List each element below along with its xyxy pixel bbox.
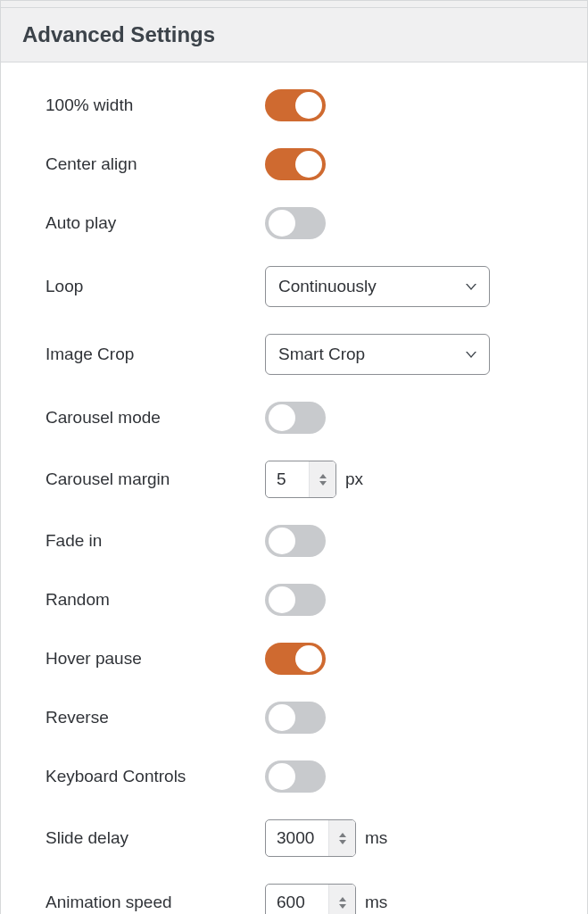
toggle-knob	[269, 210, 295, 237]
label-keyboard-controls: Keyboard Controls	[46, 767, 265, 786]
label-loop: Loop	[46, 277, 265, 296]
row-keyboard-controls: Keyboard Controls	[46, 760, 566, 793]
input-animation-speed[interactable]: 600	[265, 884, 356, 914]
panel-header: Advanced Settings	[1, 8, 587, 62]
label-random: Random	[46, 590, 265, 610]
toggle-knob	[269, 704, 295, 731]
toggle-knob	[269, 528, 295, 554]
toggle-knob	[295, 92, 322, 119]
unit-slide-delay: ms	[365, 828, 387, 848]
select-image-crop[interactable]: Smart Crop	[265, 334, 490, 375]
chevron-down-icon	[466, 284, 476, 290]
unit-animation-speed: ms	[365, 893, 387, 912]
stepper-up-icon	[339, 833, 346, 837]
label-carousel-margin: Carousel margin	[46, 469, 265, 489]
select-loop-value: Continuously	[278, 277, 377, 296]
row-slide-delay: Slide delay 3000 ms	[46, 819, 566, 857]
advanced-settings-panel: Advanced Settings 100% width Center alig…	[0, 0, 588, 914]
toggle-keyboard-controls[interactable]	[265, 760, 326, 793]
top-divider	[1, 1, 587, 8]
panel-body: 100% width Center align Auto play	[1, 62, 587, 914]
toggle-random[interactable]	[265, 584, 326, 616]
stepper-icon[interactable]	[328, 885, 355, 914]
row-carousel-mode: Carousel mode	[46, 402, 566, 434]
stepper-down-icon	[339, 904, 346, 909]
label-auto-play: Auto play	[46, 213, 265, 233]
label-carousel-mode: Carousel mode	[46, 408, 265, 428]
input-animation-speed-value: 600	[266, 893, 328, 912]
row-hover-pause: Hover pause	[46, 643, 566, 675]
select-loop[interactable]: Continuously	[265, 266, 490, 307]
stepper-down-icon	[339, 840, 346, 844]
toggle-carousel-mode[interactable]	[265, 402, 326, 434]
toggle-center-align[interactable]	[265, 148, 326, 180]
row-center-align: Center align	[46, 148, 566, 180]
row-image-crop: Image Crop Smart Crop	[46, 334, 566, 375]
stepper-up-icon	[319, 474, 327, 478]
stepper-icon[interactable]	[309, 461, 335, 497]
input-carousel-margin[interactable]: 5	[265, 461, 336, 498]
toggle-reverse[interactable]	[265, 702, 326, 734]
input-slide-delay-value: 3000	[266, 828, 328, 848]
input-slide-delay[interactable]: 3000	[265, 819, 356, 857]
row-reverse: Reverse	[46, 702, 566, 734]
row-fade-in: Fade in	[46, 525, 566, 557]
stepper-down-icon	[319, 481, 327, 486]
label-center-align: Center align	[46, 154, 265, 174]
select-image-crop-value: Smart Crop	[278, 345, 365, 364]
panel-title: Advanced Settings	[22, 22, 566, 47]
stepper-up-icon	[339, 897, 346, 902]
label-reverse: Reverse	[46, 708, 265, 727]
label-fade-in: Fade in	[46, 531, 265, 551]
row-auto-play: Auto play	[46, 207, 566, 239]
label-image-crop: Image Crop	[46, 345, 265, 364]
toggle-knob	[269, 763, 295, 790]
input-carousel-margin-value: 5	[266, 469, 309, 489]
toggle-knob	[269, 404, 295, 431]
label-100-width: 100% width	[46, 96, 265, 115]
chevron-down-icon	[466, 352, 476, 358]
label-hover-pause: Hover pause	[46, 649, 265, 669]
toggle-100-width[interactable]	[265, 89, 326, 121]
row-100-width: 100% width	[46, 89, 566, 121]
toggle-hover-pause[interactable]	[265, 643, 326, 675]
stepper-icon[interactable]	[328, 820, 355, 856]
toggle-knob	[295, 645, 322, 672]
unit-carousel-margin: px	[345, 469, 363, 489]
row-loop: Loop Continuously	[46, 266, 566, 307]
row-carousel-margin: Carousel margin 5 px	[46, 461, 566, 498]
toggle-knob	[269, 586, 295, 613]
row-random: Random	[46, 584, 566, 616]
toggle-fade-in[interactable]	[265, 525, 326, 557]
toggle-knob	[295, 151, 322, 178]
row-animation-speed: Animation speed 600 ms	[46, 884, 566, 914]
toggle-auto-play[interactable]	[265, 207, 326, 239]
label-animation-speed: Animation speed	[46, 893, 265, 912]
label-slide-delay: Slide delay	[46, 828, 265, 848]
